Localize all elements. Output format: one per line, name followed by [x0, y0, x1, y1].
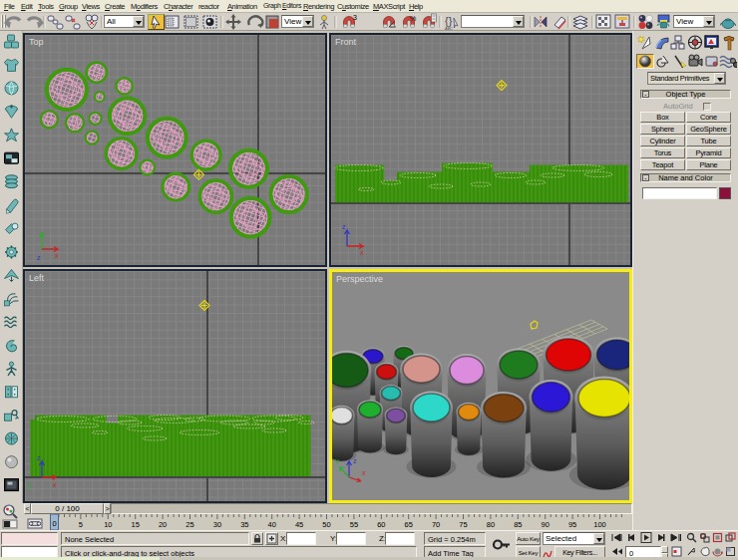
svg-text:35: 35: [240, 520, 248, 529]
svg-text:95: 95: [568, 520, 576, 529]
svg-text:z: z: [37, 454, 41, 461]
svg-text:z: z: [353, 457, 357, 464]
svg-text:%: %: [410, 15, 416, 22]
svg-text:70: 70: [432, 520, 440, 529]
svg-text:60: 60: [377, 520, 385, 529]
svg-text:0: 0: [52, 519, 56, 528]
svg-text:y: y: [335, 457, 339, 465]
svg-text:55: 55: [350, 520, 358, 529]
svg-text:100: 100: [593, 520, 606, 529]
svg-text:x: x: [55, 252, 59, 259]
svg-text:5: 5: [79, 520, 83, 529]
svg-text:80: 80: [487, 520, 495, 529]
svg-text:z: z: [37, 254, 41, 261]
svg-text:x: x: [360, 249, 364, 256]
svg-text:45: 45: [295, 520, 303, 529]
svg-text:15: 15: [132, 520, 140, 529]
svg-text:90: 90: [542, 520, 550, 529]
svg-text:10: 10: [104, 520, 112, 529]
svg-text:3: 3: [353, 14, 357, 21]
svg-text:85: 85: [514, 520, 522, 529]
svg-text:z: z: [342, 223, 346, 230]
svg-text:x: x: [53, 481, 57, 488]
svg-text:25: 25: [185, 520, 193, 529]
svg-text:50: 50: [322, 520, 330, 529]
svg-text:20: 20: [159, 520, 167, 529]
svg-text:y: y: [27, 481, 31, 489]
svg-text:40: 40: [268, 520, 276, 529]
svg-text:65: 65: [405, 520, 413, 529]
svg-text:75: 75: [459, 520, 467, 529]
svg-text:30: 30: [213, 520, 221, 529]
svg-text:x: x: [362, 469, 366, 476]
